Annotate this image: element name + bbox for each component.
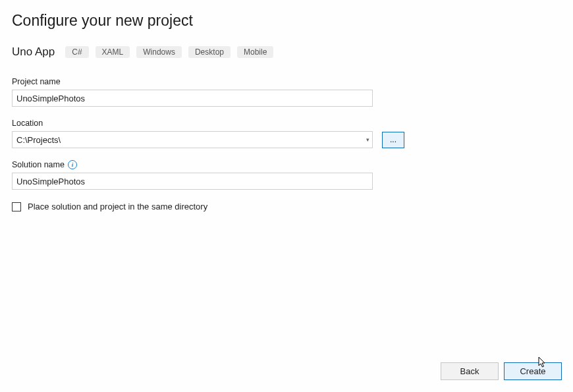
tag-xaml: XAML [96,46,130,58]
location-label: Location [12,119,561,128]
template-name: Uno App [12,45,55,59]
location-group: Location C:\Projects\ ▾ ... [12,119,561,148]
project-name-label: Project name [12,77,561,86]
project-name-group: Project name [12,77,561,107]
create-button[interactable]: Create [504,362,562,380]
same-directory-label: Place solution and project in the same d… [28,202,207,211]
tag-csharp: C# [65,46,88,58]
solution-name-group: Solution name i [12,160,561,190]
tag-desktop: Desktop [188,46,231,58]
tag-mobile: Mobile [237,46,273,58]
chevron-down-icon: ▾ [366,136,369,143]
project-name-input[interactable] [12,90,373,107]
same-directory-checkbox[interactable] [12,202,21,211]
template-info-row: Uno App C# XAML Windows Desktop Mobile [12,45,561,59]
browse-button[interactable]: ... [382,132,404,148]
footer-buttons: Back Create [441,362,562,380]
solution-name-label: Solution name [12,160,65,169]
location-combo[interactable]: C:\Projects\ ▾ [12,131,373,148]
back-button[interactable]: Back [441,362,499,380]
tag-windows: Windows [136,46,182,58]
same-directory-row: Place solution and project in the same d… [12,202,561,211]
location-value: C:\Projects\ [16,135,61,145]
solution-name-input[interactable] [12,173,373,190]
info-icon[interactable]: i [68,160,77,169]
page-title: Configure your new project [12,12,561,30]
